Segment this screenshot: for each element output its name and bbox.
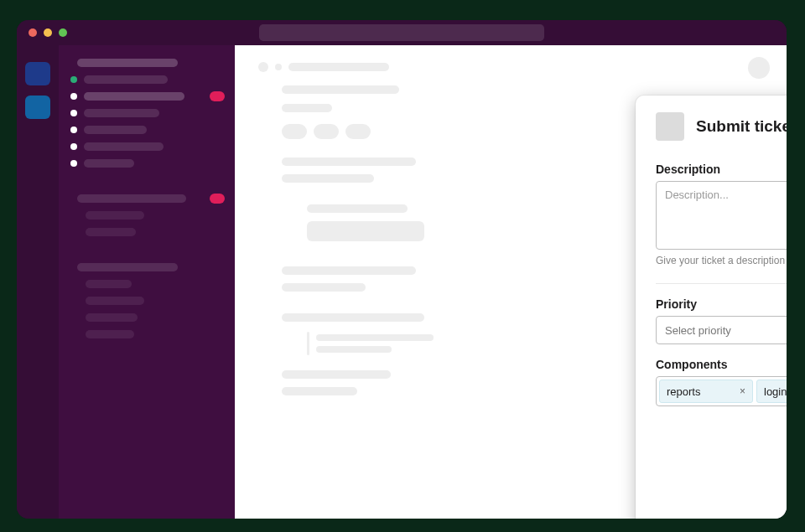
sidebar-item[interactable] [67, 297, 226, 305]
tag-label: reports [667, 385, 700, 398]
modal-title: Submit ticket [696, 117, 787, 136]
titlebar [17, 20, 787, 45]
priority-select[interactable]: Select priority [656, 316, 787, 344]
unread-badge [210, 91, 225, 101]
component-tag[interactable]: login × [756, 380, 787, 403]
sidebar-item[interactable] [67, 92, 226, 101]
description-label: Description [656, 163, 787, 176]
window-close-icon[interactable] [29, 28, 37, 37]
priority-label: Priority [656, 297, 787, 311]
sidebar-item[interactable] [67, 75, 226, 84]
sidebar-item[interactable] [67, 330, 226, 338]
sidebar-item[interactable] [67, 211, 226, 220]
tag-label: login [764, 385, 787, 398]
app-icon [656, 112, 684, 141]
sidebar-item[interactable] [67, 280, 226, 288]
window-minimize-icon[interactable] [44, 28, 52, 37]
window-zoom-icon[interactable] [59, 28, 67, 37]
sidebar-item[interactable] [67, 313, 226, 322]
workspace-icon[interactable] [25, 96, 50, 119]
sidebar-item[interactable] [67, 59, 226, 67]
description-input[interactable] [656, 181, 787, 250]
description-helper: Give your ticket a description [656, 255, 787, 266]
app-window: Submit ticket Description Give your tick… [17, 20, 787, 519]
search-input[interactable] [259, 24, 544, 41]
sidebar-section-header[interactable] [67, 263, 226, 271]
priority-placeholder: Select priority [665, 324, 731, 337]
workspace-icon[interactable] [25, 62, 50, 85]
channel-sidebar [59, 45, 235, 519]
components-label: Components [656, 358, 787, 371]
sidebar-item[interactable] [67, 109, 226, 117]
user-avatar[interactable] [748, 57, 770, 79]
sidebar-item[interactable] [67, 126, 226, 134]
submit-ticket-modal: Submit ticket Description Give your tick… [636, 96, 787, 519]
workspace-rail [17, 45, 59, 519]
message-pane: Submit ticket Description Give your tick… [235, 45, 787, 519]
sidebar-item[interactable] [67, 228, 226, 236]
component-tag[interactable]: reports × [659, 380, 753, 403]
components-field[interactable]: reports × login × alerts × [656, 376, 787, 406]
divider [656, 283, 787, 284]
remove-tag-icon[interactable]: × [740, 385, 745, 397]
sidebar-item[interactable] [67, 142, 226, 151]
sidebar-section-header[interactable] [67, 194, 226, 203]
unread-badge [210, 194, 225, 204]
sidebar-item[interactable] [67, 159, 226, 168]
